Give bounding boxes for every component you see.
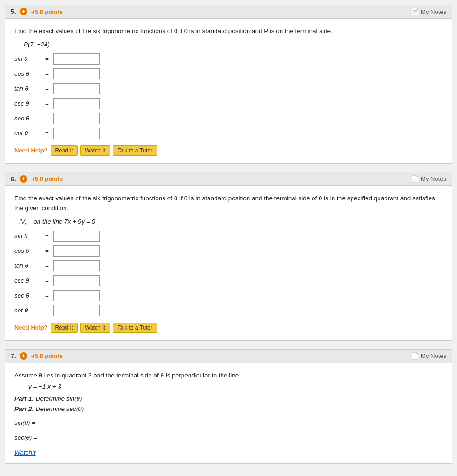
watchit-row-7: WatchIt [14,449,443,456]
sin-row-5: sin θ = [14,53,443,65]
part2-line: Part 2: Determine sec(θ) [14,405,443,412]
cos-row-5: cos θ = [14,68,443,79]
tan-input-6[interactable] [53,260,100,271]
need-help-label-5: Need Help? [14,147,48,154]
read-it-button-6[interactable]: Read It [51,323,78,333]
question-5: 5. + -/5.8 points 📄 My Notes Find the ex… [5,5,452,164]
part2-label: Part 2: Determine sec(θ) [14,405,84,412]
part2-desc: Determine sec(θ) [36,405,84,412]
cot-row-6: cot θ = [14,305,443,316]
sin-row-6: sin θ = [14,231,443,242]
sec-label-5: sec θ [14,115,42,122]
sin-label-7: sin(θ) = [14,419,47,426]
tan-row-6: tan θ = [14,260,443,271]
cot-label-5: cot θ [14,130,42,137]
sec-row-5: sec θ = [14,113,443,124]
read-it-button-5[interactable]: Read It [51,145,78,156]
condition-quadrant-6: IV; [19,218,26,225]
points-badge-5: -/5.8 points [31,8,63,15]
need-help-label-6: Need Help? [14,324,48,331]
csc-label-5: csc θ [14,100,42,107]
csc-row-6: csc θ = [14,275,443,286]
question-6: 6. + -/5.8 points 📄 My Notes Find the ex… [5,172,452,341]
notes-icon-6: 📄 [411,175,419,183]
question-number-5: 5. [11,8,16,15]
part1-line: Part 1: Determine sin(θ) [14,395,443,402]
sin-input-5[interactable] [53,53,100,65]
csc-row-5: csc θ = [14,98,443,109]
my-notes-7[interactable]: 📄 My Notes [411,352,446,360]
cos-row-6: cos θ = [14,245,443,257]
notes-icon-7: 📄 [411,352,419,360]
tan-label-5: tan θ [14,85,42,92]
condition-text-6: on the line 7x + 9y = 0 [33,218,95,225]
sec-label-7: sec(θ) = [14,434,47,441]
my-notes-label-7: My Notes [421,352,446,359]
part1-bold: Part 1: [14,395,34,402]
part2-bold: Part 2: [14,405,34,412]
tan-input-5[interactable] [53,83,100,94]
question-6-text: Find the exact values of the six trigono… [14,193,443,213]
my-notes-label-6: My Notes [421,175,446,182]
sec-input-7[interactable] [50,432,96,443]
sin-input-6[interactable] [53,231,100,242]
cos-label-5: cos θ [14,70,42,77]
csc-label-6: csc θ [14,277,42,284]
notes-icon-5: 📄 [411,8,419,15]
help-row-6: Need Help? Read It Watch It Talk to a Tu… [14,323,443,333]
equation-line-7: y = −1 x + 3 [28,383,443,390]
sec-row-7: sec(θ) = [14,432,443,443]
plus-icon-7: + [20,352,27,360]
cos-input-5[interactable] [53,68,100,79]
csc-input-5[interactable] [53,98,100,109]
question-5-body: Find the exact values of the six trigono… [5,19,452,163]
part1-desc: Determine sin(θ) [36,395,82,402]
watch-it-button-5[interactable]: Watch It [80,145,110,156]
question-7-body: Assume θ lies in quadrant 3 and the term… [5,363,452,464]
question-number-6: 6. [11,175,16,183]
my-notes-6[interactable]: 📄 My Notes [411,175,446,183]
cot-row-5: cot θ = [14,128,443,139]
question-number-7: 7. [11,352,16,360]
sin-row-7: sin(θ) = [14,417,443,428]
help-row-5: Need Help? Read It Watch It Talk to a Tu… [14,145,443,156]
tan-row-5: tan θ = [14,83,443,94]
sec-row-6: sec θ = [14,290,443,301]
plus-icon-6: + [20,175,27,183]
question-7-header: 7. + -/5.8 points 📄 My Notes [5,350,452,363]
talk-to-tutor-button-6[interactable]: Talk to a Tutor [113,323,157,333]
cot-label-6: cot θ [14,307,42,314]
cos-input-6[interactable] [53,245,100,257]
points-badge-7: -/5.8 points [31,352,63,359]
sin-input-7[interactable] [50,417,96,428]
assume-text-7: Assume θ lies in quadrant 3 and the term… [14,370,443,381]
watchit-link-7[interactable]: WatchIt [14,449,36,456]
question-5-text: Find the exact values of the six trigono… [14,26,443,36]
csc-input-6[interactable] [53,275,100,286]
sec-input-5[interactable] [53,113,100,124]
question-5-header: 5. + -/5.8 points 📄 My Notes [5,5,452,19]
cot-input-6[interactable] [53,305,100,316]
sin-label-5: sin θ [14,55,42,62]
watch-it-button-6[interactable]: Watch It [80,323,110,333]
condition-line-6: IV; on the line 7x + 9y = 0 [19,218,443,225]
question-6-header: 6. + -/5.8 points 📄 My Notes [5,172,452,186]
plus-icon-5: + [20,8,27,15]
my-notes-label-5: My Notes [421,8,446,15]
sec-label-6: sec θ [14,292,42,299]
talk-to-tutor-button-5[interactable]: Talk to a Tutor [113,145,157,156]
header-left-5: 5. + -/5.8 points [11,8,63,15]
sec-input-6[interactable] [53,290,100,301]
question-7: 7. + -/5.8 points 📄 My Notes Assume θ li… [5,349,452,464]
tan-label-6: tan θ [14,262,42,269]
my-notes-5[interactable]: 📄 My Notes [411,8,446,15]
cos-label-6: cos θ [14,247,42,254]
points-badge-6: -/5.8 points [31,175,63,182]
question-6-body: Find the exact values of the six trigono… [5,186,452,340]
question-5-point: P(7, −24) [24,41,443,48]
header-left-6: 6. + -/5.8 points [11,175,63,183]
header-left-7: 7. + -/5.8 points [11,352,63,360]
part1-label: Part 1: Determine sin(θ) [14,395,82,402]
sin-label-6: sin θ [14,232,42,239]
cot-input-5[interactable] [53,128,100,139]
